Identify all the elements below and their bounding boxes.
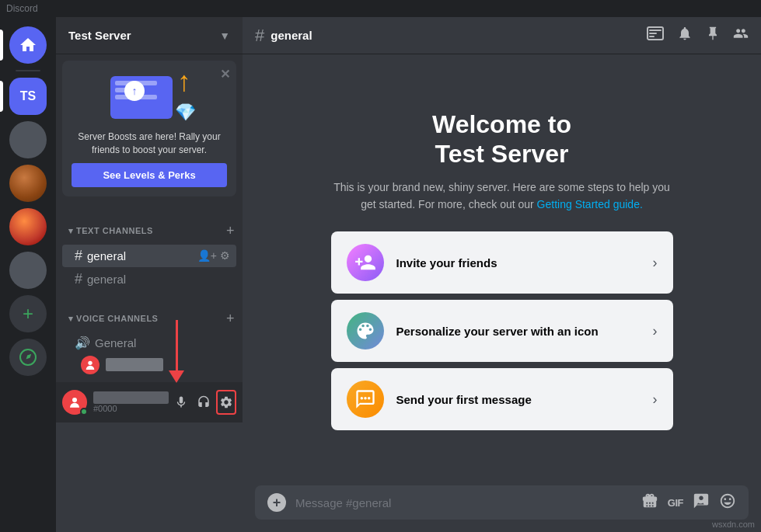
invite-chevron-icon: › — [653, 255, 658, 271]
voice-user-item: username — [56, 354, 243, 376]
gift-icon[interactable] — [641, 492, 658, 513]
personalize-label: Personalize your server with an icon — [396, 325, 641, 338]
sticker-icon[interactable] — [693, 492, 710, 513]
server-icon-ts[interactable]: TS — [9, 78, 47, 115]
server-list: TS + — [0, 17, 56, 532]
welcome-title: Welcome toTest Server — [432, 110, 571, 169]
svg-point-2 — [72, 398, 77, 402]
input-actions: GIF — [641, 492, 736, 513]
channel-hash-header: # — [255, 26, 264, 46]
user-avatar — [62, 390, 87, 415]
discover-button[interactable] — [9, 339, 47, 376]
gif-icon[interactable]: GIF — [668, 497, 683, 509]
channel-hash-icon-2: # — [75, 271, 82, 287]
server-name: Test Server — [68, 29, 131, 42]
emoji-icon[interactable] — [719, 492, 736, 513]
action-cards: Invite your friends › Personalize your s… — [331, 231, 673, 430]
add-attachment-button[interactable]: + — [267, 493, 286, 512]
add-voice-channel-button[interactable]: + — [225, 309, 236, 329]
threads-icon[interactable] — [646, 24, 665, 47]
add-text-channel-button[interactable]: + — [225, 221, 236, 241]
close-banner-button[interactable]: ✕ — [220, 67, 230, 82]
boost-banner: ✕ ↑ 💎 ↑ — [62, 61, 236, 196]
text-channels-category: ▾ TEXT CHANNELS + — [56, 209, 243, 244]
user-tag: #0000 — [93, 404, 169, 413]
channel-settings-icon[interactable]: ⚙ — [220, 249, 230, 262]
svg-point-6 — [367, 397, 370, 399]
channel-name: general — [87, 249, 126, 263]
channel-sidebar: Test Server ▼ ✕ ↑ 💎 — [56, 17, 243, 422]
chat-header: # general — [243, 17, 761, 54]
channel-item-general-voice[interactable]: 🔊 General — [62, 332, 236, 353]
mute-button[interactable] — [172, 390, 191, 415]
welcome-description: This is your brand new, shiny server. He… — [331, 179, 673, 214]
invite-icon — [347, 244, 384, 281]
server-icon-s2[interactable] — [9, 165, 47, 202]
svg-point-4 — [360, 397, 363, 399]
text-channels-label: ▾ TEXT CHANNELS — [68, 226, 153, 236]
svg-point-5 — [364, 397, 367, 399]
channel-header-name: general — [271, 29, 312, 42]
send-message-chevron-icon: › — [653, 391, 658, 408]
server-header[interactable]: Test Server ▼ — [56, 17, 243, 54]
getting-started-link[interactable]: Getting Started guide. — [537, 198, 643, 210]
invite-friends-label: Invite your friends — [396, 256, 641, 269]
voice-icon: 🔊 — [75, 336, 90, 350]
channel-name-2: general — [87, 273, 126, 286]
invite-to-channel-icon[interactable]: 👤+ — [197, 249, 217, 262]
chat-content: Welcome toTest Server This is your brand… — [243, 54, 761, 485]
voice-channels-label: ▾ VOICE CHANNELS — [68, 314, 158, 324]
boost-banner-image: ↑ 💎 ↑ — [72, 70, 227, 124]
voice-channel-name: General — [95, 336, 136, 349]
watermark: wsxdn.com — [712, 520, 755, 529]
main-chat: # general — [243, 17, 761, 532]
message-input-area: + GIF — [243, 485, 761, 532]
server-icon-home[interactable] — [9, 26, 47, 64]
send-message-label: Send your first message — [396, 393, 641, 406]
app-title: Discord — [6, 3, 38, 14]
personalize-card[interactable]: Personalize your server with an icon › — [331, 300, 673, 362]
settings-button[interactable] — [216, 390, 236, 415]
message-icon — [347, 381, 384, 418]
svg-point-1 — [88, 360, 92, 364]
channel-list: ▾ TEXT CHANNELS + # general 👤+ ⚙ # gener… — [56, 203, 243, 382]
boost-button[interactable]: See Levels & Perks — [72, 163, 227, 187]
user-controls: username #0000 — [56, 382, 243, 422]
invite-friends-card[interactable]: Invite your friends › — [331, 231, 673, 294]
personalize-chevron-icon: › — [653, 323, 658, 339]
members-icon[interactable] — [733, 26, 749, 45]
username-display: username — [93, 391, 169, 404]
send-message-card[interactable]: Send your first message › — [331, 368, 673, 430]
channel-item-general-active[interactable]: # general 👤+ ⚙ — [62, 245, 236, 267]
pin-icon[interactable] — [705, 26, 721, 45]
message-input[interactable] — [295, 496, 632, 509]
chevron-down-icon: ▼ — [219, 30, 230, 42]
user-info[interactable]: username #0000 — [62, 390, 169, 415]
server-icon-s4[interactable] — [9, 252, 47, 289]
voice-channels-category: ▾ VOICE CHANNELS + — [56, 297, 243, 332]
add-server-button[interactable]: + — [9, 295, 47, 332]
deafen-button[interactable] — [194, 390, 213, 415]
personalize-icon — [347, 312, 384, 349]
server-icon-s1[interactable] — [9, 121, 47, 158]
message-input-box: + GIF — [255, 485, 749, 520]
user-status-dot — [80, 408, 88, 416]
server-separator — [16, 70, 40, 71]
header-actions — [646, 24, 749, 47]
channel-hash-icon: # — [75, 248, 82, 264]
server-icon-s3[interactable] — [9, 208, 47, 245]
voice-username: username — [106, 358, 163, 371]
channel-item-general-2[interactable]: # general — [62, 268, 236, 290]
boost-banner-text: Server Boosts are here! Rally your frien… — [72, 130, 227, 157]
notification-bell-icon[interactable] — [677, 26, 693, 45]
voice-user-avatar — [81, 356, 99, 374]
